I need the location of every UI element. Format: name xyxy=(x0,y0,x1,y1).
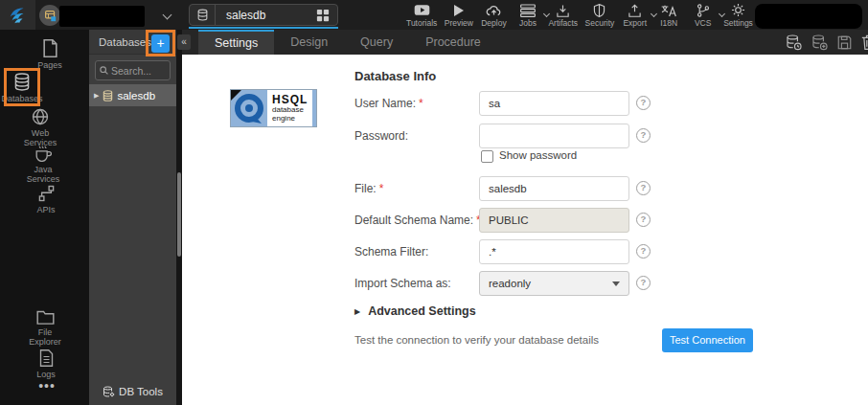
database-icon xyxy=(13,73,31,91)
hsql-logo-sub2: engine xyxy=(272,115,312,124)
dashboard-grid-icon[interactable] xyxy=(316,9,337,22)
collapse-panel-button[interactable]: « xyxy=(177,34,191,50)
wavemaker-logo-icon xyxy=(8,5,29,26)
advanced-settings-toggle[interactable]: ▶ Advanced Settings xyxy=(354,304,476,318)
import-schema-help-icon[interactable]: ? xyxy=(636,276,651,290)
hsql-logo: HSQL database engine xyxy=(230,89,317,127)
sidebar-item-apis[interactable]: APIs xyxy=(25,185,67,214)
wavemaker-studio-window: salesdb Tutorials Preview xyxy=(0,0,868,405)
schema-filter-input[interactable] xyxy=(479,239,629,264)
password-help-icon[interactable]: ? xyxy=(636,128,651,143)
redacted-project-name xyxy=(59,6,145,27)
default-schema-input xyxy=(479,208,629,233)
sidebar-item-file-explorer[interactable]: File Explorer xyxy=(24,309,66,347)
i18n-button[interactable]: I18N xyxy=(655,3,682,29)
tab-procedure[interactable]: Procedure xyxy=(409,30,497,55)
sidebar-item-databases[interactable]: Databases xyxy=(3,73,41,103)
save-icon[interactable] xyxy=(837,35,852,50)
required-marker: * xyxy=(379,182,384,195)
play-icon xyxy=(453,3,465,17)
file-label: File:* xyxy=(354,182,383,195)
database-search[interactable] xyxy=(95,60,171,80)
jobs-button[interactable]: Jobs xyxy=(514,3,541,29)
default-schema-label: Default Schema Name:* xyxy=(354,214,481,227)
add-database-button[interactable]: + xyxy=(151,34,170,53)
test-connection-button[interactable]: Test Connection xyxy=(662,328,753,352)
advanced-settings-label: Advanced Settings xyxy=(368,304,476,318)
file-help-icon[interactable]: ? xyxy=(636,181,651,195)
sidebar-item-logs[interactable]: Logs xyxy=(25,349,67,379)
db-tools-button[interactable]: DB Tools xyxy=(89,381,176,402)
password-input[interactable] xyxy=(479,124,629,148)
panel-title: Databases xyxy=(99,30,151,55)
expand-arrow-icon: ▶ xyxy=(354,307,360,316)
tree-item-salesdb[interactable]: ▶ salesdb xyxy=(89,84,176,106)
reimport-database-icon[interactable] xyxy=(786,34,802,51)
password-label: Password: xyxy=(354,129,408,143)
shield-icon xyxy=(593,3,605,17)
add-database-icon[interactable] xyxy=(811,34,828,51)
coffee-cup-icon xyxy=(34,145,53,162)
expand-arrow-icon[interactable]: ▶ xyxy=(94,92,99,100)
jobs-list-icon xyxy=(520,3,536,17)
artifacts-button[interactable]: Artifacts xyxy=(548,3,578,29)
file-input[interactable] xyxy=(479,176,629,201)
required-marker: * xyxy=(419,97,423,110)
sidebar-item-java-services[interactable]: Java Services xyxy=(22,145,64,184)
vcs-button[interactable]: VCS xyxy=(690,3,717,29)
deploy-button[interactable]: Deploy xyxy=(480,3,507,29)
tutorials-button[interactable]: Tutorials xyxy=(406,3,437,29)
export-button[interactable]: Export xyxy=(622,3,649,29)
security-button[interactable]: Security xyxy=(585,3,615,29)
redacted-user-info xyxy=(755,4,862,29)
import-schema-select[interactable]: readonly xyxy=(479,271,629,296)
default-schema-help-icon[interactable]: ? xyxy=(636,213,651,227)
hsql-logo-accent xyxy=(312,90,316,126)
test-connection-hint: Test the connection to verify your datab… xyxy=(354,334,599,346)
sidebar-item-pages[interactable]: Pages xyxy=(29,39,71,70)
tree-item-label: salesdb xyxy=(117,90,155,101)
search-icon xyxy=(100,66,108,75)
search-input[interactable] xyxy=(111,65,166,77)
delete-icon[interactable] xyxy=(861,34,868,50)
panel-scrollbar[interactable] xyxy=(177,172,181,257)
sidebar-item-web-services[interactable]: Web Services xyxy=(19,108,61,147)
tab-query[interactable]: Query xyxy=(344,30,409,55)
tab-settings[interactable]: Settings xyxy=(198,30,274,55)
username-label: User Name:* xyxy=(354,97,423,110)
db-tools-icon xyxy=(103,386,115,398)
log-file-icon xyxy=(39,349,54,367)
tab-design[interactable]: Design xyxy=(274,30,344,55)
database-icon xyxy=(103,90,113,101)
project-avatar[interactable] xyxy=(39,5,60,26)
cloud-upload-icon xyxy=(486,3,502,17)
settings-button[interactable]: Settings xyxy=(723,3,753,29)
show-password-label[interactable]: Show password xyxy=(499,149,577,161)
active-project-underline xyxy=(189,27,338,29)
globe-icon xyxy=(32,108,49,125)
import-schema-value: readonly xyxy=(489,278,531,289)
download-tray-icon xyxy=(556,3,570,17)
schema-filter-label: Schema Filter: xyxy=(354,245,428,259)
schema-filter-help-icon[interactable]: ? xyxy=(636,244,651,259)
preview-button[interactable]: Preview xyxy=(445,3,473,29)
upload-tray-icon xyxy=(628,3,642,17)
chevron-down-icon xyxy=(612,281,620,286)
git-branch-icon xyxy=(697,3,710,17)
project-name: salesdb xyxy=(216,9,316,22)
database-actions xyxy=(786,30,868,55)
form-heading: Database Info xyxy=(354,69,436,83)
project-switcher[interactable]: salesdb xyxy=(189,4,338,26)
sidebar-item-more[interactable]: ••• xyxy=(26,381,68,391)
tutorials-video-icon xyxy=(414,3,430,17)
i18n-translate-icon xyxy=(661,3,676,17)
gear-icon xyxy=(731,3,745,17)
import-schema-label: Import Schema as: xyxy=(354,277,451,290)
folder-icon xyxy=(36,309,55,325)
project-card-icon xyxy=(44,10,57,22)
show-password-checkbox[interactable] xyxy=(481,150,493,163)
username-help-icon[interactable]: ? xyxy=(636,96,651,110)
database-icon xyxy=(190,9,209,21)
app-logo[interactable] xyxy=(0,0,35,30)
username-input[interactable] xyxy=(479,91,629,116)
